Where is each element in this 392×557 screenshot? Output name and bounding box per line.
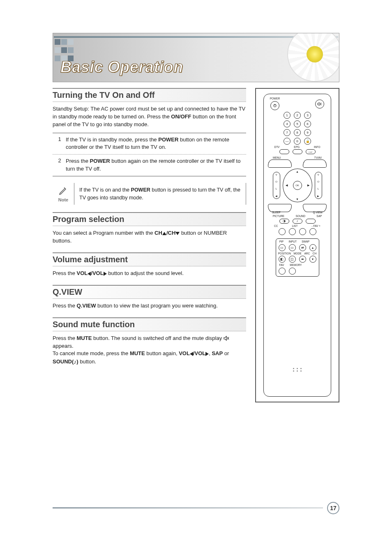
num-1: 1 — [284, 112, 291, 119]
chapter-banner: Basic Operation — [53, 33, 339, 82]
arc-button: ⬌ — [299, 256, 306, 263]
pip-button: ▭ — [279, 244, 286, 251]
flower-decoration — [288, 33, 339, 81]
num-9: 9 — [304, 129, 311, 136]
page-number: 17 — [327, 502, 339, 514]
dpad: VOL◀ VOL▶ ▲ ▼ ◀ ▶ OK — [273, 169, 322, 202]
tvav-arc-button — [303, 159, 327, 168]
section-heading-turning-on-off: Turning the TV On and Off — [53, 88, 246, 102]
qview-arc-button — [303, 204, 327, 212]
page-footer: 17 — [53, 507, 339, 508]
remote-indicator-dots — [293, 368, 302, 369]
num-6: 6 — [304, 120, 311, 127]
input-button: ▭ — [289, 244, 296, 251]
right-triangle-icon — [205, 352, 209, 356]
qview-text: Press the Q.VIEW button to view the last… — [53, 302, 246, 310]
epg-button — [293, 149, 302, 154]
ok-button: OK — [293, 181, 302, 190]
dash-button: — — [284, 138, 291, 145]
note-box: Note If the TV is on and the POWER butto… — [53, 183, 246, 205]
memory-button — [289, 268, 296, 275]
volume-text: Press the VOL/VOL button to adjust the s… — [53, 270, 246, 277]
standby-setup-paragraph: Standby Setup: The AC power cord must be… — [53, 105, 246, 129]
sound-button: ♪ — [293, 219, 302, 224]
power-label: POWER — [270, 97, 280, 100]
down-triangle-icon — [175, 232, 180, 235]
vol-up-pad: VOL▶ — [315, 172, 322, 199]
power-steps-list: 1 If the TV is in standby mode, press th… — [53, 133, 246, 176]
mute-button — [315, 99, 324, 109]
info-button: i ↩ — [306, 149, 316, 154]
section-heading-program-selection: Program selection — [53, 212, 246, 226]
section-heading-volume: Volume adjustment — [53, 252, 246, 266]
num-4: 4 — [284, 120, 291, 127]
remote-control-illustration: POWER 123 456 789 —0🔒 DTVEPGINFO i ↩ MEN… — [255, 88, 339, 402]
dtv-button — [279, 149, 289, 154]
num-8: 8 — [294, 129, 301, 136]
pencil-note-icon — [58, 186, 68, 196]
num-5: 5 — [294, 120, 301, 127]
num-7: 7 — [284, 129, 291, 136]
position-button: ◧ — [279, 256, 286, 263]
menu-arc-button — [268, 159, 292, 168]
list-button — [289, 228, 296, 235]
power-button — [270, 101, 279, 110]
step-2: 2 Press the POWER button again on the re… — [53, 154, 246, 176]
ch-up-button: ▴ — [309, 244, 316, 251]
cc-button — [279, 228, 286, 235]
num-2: 2 — [294, 112, 301, 119]
fav-minus-button — [299, 228, 306, 235]
mode-button: ◫ — [289, 256, 296, 263]
up-triangle-icon — [162, 232, 166, 235]
sap-button — [306, 219, 316, 224]
mute-text: Press the MUTE button. The sound is swit… — [53, 335, 246, 366]
num-0: 0 — [294, 138, 301, 145]
program-selection-text: You can select a Program number with the… — [53, 229, 246, 245]
num-3: 3 — [304, 112, 311, 119]
ch-down-button: ▾ — [309, 256, 316, 263]
right-triangle-icon — [104, 272, 107, 276]
picture-button: ◑ — [279, 219, 289, 224]
section-heading-qview: Q.VIEW — [53, 285, 246, 299]
vol-down-pad: VOL◀ — [273, 172, 280, 199]
sleep-arc-button — [268, 204, 292, 212]
swap-button: ⇄ — [299, 244, 306, 251]
chapter-title: Basic Operation — [60, 58, 183, 76]
page-content: Basic Operation Turning the TV On and Of… — [53, 33, 339, 512]
step-1: 1 If the TV is in standby mode, press th… — [53, 133, 246, 155]
left-triangle-icon — [190, 352, 193, 356]
mute-icon — [224, 336, 230, 341]
section-heading-mute: Sound mute function — [53, 317, 246, 331]
main-text-column: Turning the TV On and Off Standby Setup:… — [53, 88, 246, 402]
fav-button — [279, 268, 286, 275]
lock-button: 🔒 — [304, 138, 311, 145]
fav-plus-button — [309, 228, 316, 235]
